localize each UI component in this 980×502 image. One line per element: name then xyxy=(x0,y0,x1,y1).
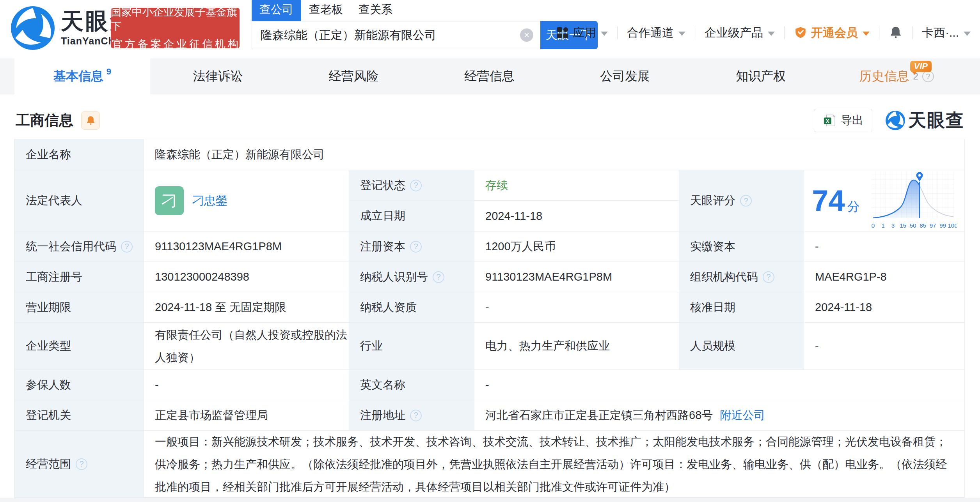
gov-badge-line2: 官方备案企业征信机构 xyxy=(112,37,241,51)
nav-separator xyxy=(695,26,695,39)
score-label: 天眼评分 ? xyxy=(679,170,804,232)
nearby-companies-link[interactable]: 附近公司 xyxy=(720,408,765,423)
excel-icon: X xyxy=(823,113,836,127)
tab-business-info[interactable]: 经营信息 xyxy=(422,58,557,94)
tab-basic-info[interactable]: 基本信息 9 xyxy=(14,58,150,94)
tab-label: 知识产权 xyxy=(736,68,786,85)
label-text: 组织机构代码 xyxy=(690,269,758,285)
question-icon[interactable]: ? xyxy=(410,241,422,253)
nav-separator xyxy=(879,26,879,39)
gov-certification-badge: 国家中小企业发展子基金旗下 官方备案企业征信机构 xyxy=(111,8,240,48)
score-unit: 分 xyxy=(847,198,860,216)
label-text: 天眼评分 xyxy=(690,193,735,209)
industry-value: 电力、热力生产和供应业 xyxy=(474,323,679,370)
tab-label: 公司发展 xyxy=(600,68,650,85)
insured-value: - xyxy=(144,370,349,400)
taxpayer-quality-label: 纳税人资质 xyxy=(349,292,474,323)
legal-rep-label: 法定代表人 xyxy=(15,170,144,232)
legal-rep-avatar[interactable]: 刁 xyxy=(155,186,184,215)
search-tabs: 查公司 查老板 查关系 xyxy=(252,2,598,21)
reg-address-label: 注册地址 ? xyxy=(349,400,474,431)
legal-rep-name-link[interactable]: 刁忠鎣 xyxy=(192,193,227,209)
crown-icon xyxy=(794,26,807,39)
label-text: 统一社会信用代码 xyxy=(26,239,116,255)
chevron-down-icon xyxy=(863,32,870,36)
tab-intellectual-property[interactable]: 知识产权 xyxy=(693,58,829,94)
tab-count: 9 xyxy=(107,67,111,77)
label-text: 经营范围 xyxy=(26,456,71,472)
search-tab-company[interactable]: 查公司 xyxy=(252,0,301,21)
score-cell[interactable]: 74 分 xyxy=(804,170,965,232)
chevron-down-icon xyxy=(678,32,685,36)
reg-number-value: 130123000248398 xyxy=(144,262,349,292)
nav-enterprise[interactable]: 企业级产品 xyxy=(705,25,775,41)
score-distribution-chart: 0 1 3 15 50 85 97 99 100 xyxy=(870,170,957,232)
search-tab-boss[interactable]: 查老板 xyxy=(301,0,351,21)
business-scope-label: 经营范围 ? xyxy=(15,431,144,498)
label-text: 纳税人识别号 xyxy=(360,269,428,285)
nav-enterprise-label: 企业级产品 xyxy=(705,25,763,41)
nav-channel-label: 合作通道 xyxy=(627,25,674,41)
tab-label: 历史信息 xyxy=(859,68,909,85)
alarm-bell-icon xyxy=(85,115,96,126)
company-name-value: 隆森综能（正定）新能源有限公司 xyxy=(144,139,965,170)
nav-open-member[interactable]: 开通会员 xyxy=(794,25,870,41)
search-tab-relation[interactable]: 查关系 xyxy=(351,0,400,21)
nav-notifications[interactable] xyxy=(889,26,903,40)
nav-separator xyxy=(617,26,618,39)
question-icon[interactable]: ? xyxy=(410,410,422,421)
approval-date-value: 2024-11-18 xyxy=(804,292,965,323)
help-icon[interactable]: ? xyxy=(922,71,934,82)
question-icon[interactable]: ? xyxy=(763,271,774,283)
english-name-label: 英文名称 xyxy=(349,370,474,400)
tab-label: 经营信息 xyxy=(465,68,515,85)
industry-label: 行业 xyxy=(349,323,474,370)
logo-swirl-icon xyxy=(11,6,55,50)
company-type-value: 有限责任公司（自然人投资或控股的法人独资） xyxy=(144,323,349,370)
question-icon[interactable]: ? xyxy=(76,458,87,470)
nav-apps[interactable]: 应用 xyxy=(556,25,608,41)
question-icon[interactable]: ? xyxy=(433,271,444,283)
top-nav: 应用 合作通道 企业级产品 开通会员 xyxy=(556,19,971,47)
reg-address-cell: 河北省石家庄市正定县正定镇三角村西路68号 附近公司 xyxy=(474,400,965,431)
svg-text:50: 50 xyxy=(909,222,916,229)
monitor-bell-button[interactable] xyxy=(81,111,100,130)
next-section-strip xyxy=(0,498,980,502)
reg-number-label: 工商注册号 xyxy=(15,262,144,292)
approval-date-label: 核准日期 xyxy=(679,292,804,323)
question-icon[interactable]: ? xyxy=(410,180,422,191)
export-button[interactable]: X 导出 xyxy=(814,109,872,132)
svg-text:0: 0 xyxy=(872,222,875,229)
business-term-value: 2024-11-18 至 无固定期限 xyxy=(144,292,349,323)
tab-label: 基本信息 xyxy=(53,68,103,85)
search-input[interactable] xyxy=(252,21,540,49)
staff-size-value: - xyxy=(804,323,965,370)
taxpayer-id-label: 纳税人识别号 ? xyxy=(349,262,474,292)
reg-status-label: 登记状态 ? xyxy=(349,170,474,201)
status-badge: 存续 xyxy=(485,178,508,193)
tab-label: 法律诉讼 xyxy=(193,68,243,85)
tab-history-info[interactable]: VIP 历史信息 2 ? xyxy=(829,58,964,94)
nav-apps-label: 应用 xyxy=(573,25,596,41)
question-icon[interactable]: ? xyxy=(740,195,752,207)
apps-grid-icon xyxy=(556,27,569,39)
org-code-value: MAE4RG1P-8 xyxy=(804,262,965,292)
reg-authority-label: 登记机关 xyxy=(15,400,144,431)
search-area: 查公司 查老板 查关系 × 天眼一下 xyxy=(252,2,598,49)
tab-legal-litigation[interactable]: 法律诉讼 xyxy=(150,58,286,94)
clear-search-icon[interactable]: × xyxy=(520,28,533,42)
tab-operational-risk[interactable]: 经营风险 xyxy=(286,58,422,94)
bell-icon xyxy=(889,26,903,40)
question-icon[interactable]: ? xyxy=(121,241,133,253)
taxpayer-quality-value: - xyxy=(474,292,679,323)
nav-user-menu[interactable]: 卡西·... xyxy=(922,25,971,41)
nav-separator xyxy=(912,26,913,39)
tab-company-development[interactable]: 公司发展 xyxy=(557,58,693,94)
svg-text:99: 99 xyxy=(939,222,946,229)
establish-date-label: 成立日期 xyxy=(349,201,474,232)
value-text: 有限责任公司（自然人投资或控股的法人独资） xyxy=(155,323,347,369)
business-info-section-head: 工商信息 X 导出 天眼查 xyxy=(16,108,964,133)
svg-text:X: X xyxy=(826,118,829,124)
svg-text:100: 100 xyxy=(948,222,957,229)
nav-channel[interactable]: 合作通道 xyxy=(627,25,685,41)
